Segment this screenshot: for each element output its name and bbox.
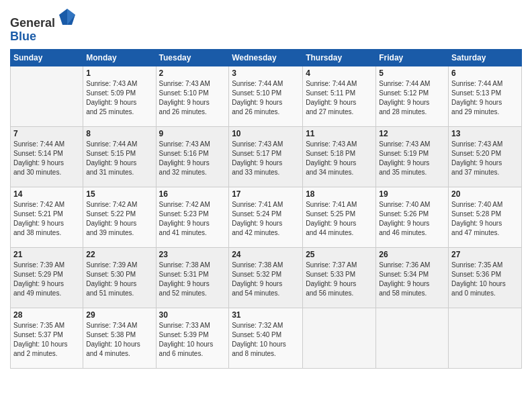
day-cell: 5Sunrise: 7:44 AM Sunset: 5:12 PM Daylig… [376, 66, 449, 126]
day-cell: 23Sunrise: 7:38 AM Sunset: 5:31 PM Dayli… [156, 247, 229, 308]
day-cell: 3Sunrise: 7:44 AM Sunset: 5:10 PM Daylig… [229, 66, 303, 126]
day-info: Sunrise: 7:43 AM Sunset: 5:10 PM Dayligh… [159, 79, 226, 117]
day-number: 31 [232, 310, 300, 320]
day-cell: 8Sunrise: 7:44 AM Sunset: 5:15 PM Daylig… [83, 126, 156, 187]
day-cell [11, 66, 83, 126]
weekday-header-tuesday: Tuesday [156, 49, 229, 66]
logo: General Blue [10, 7, 77, 44]
day-cell: 12Sunrise: 7:43 AM Sunset: 5:19 PM Dayli… [376, 126, 449, 187]
weekday-header-saturday: Saturday [449, 49, 522, 66]
day-info: Sunrise: 7:42 AM Sunset: 5:21 PM Dayligh… [13, 200, 80, 238]
day-cell: 15Sunrise: 7:42 AM Sunset: 5:22 PM Dayli… [83, 187, 156, 247]
day-info: Sunrise: 7:44 AM Sunset: 5:14 PM Dayligh… [13, 140, 80, 177]
day-info: Sunrise: 7:35 AM Sunset: 5:37 PM Dayligh… [13, 321, 80, 359]
day-info: Sunrise: 7:37 AM Sunset: 5:33 PM Dayligh… [306, 261, 373, 298]
day-number: 4 [306, 68, 373, 78]
calendar-container: General Blue SundayMondayTuesdayWednesda… [0, 0, 532, 411]
day-info: Sunrise: 7:33 AM Sunset: 5:39 PM Dayligh… [159, 321, 226, 359]
day-info: Sunrise: 7:40 AM Sunset: 5:28 PM Dayligh… [451, 200, 519, 238]
day-number: 21 [13, 250, 80, 259]
day-number: 16 [159, 189, 226, 199]
day-number: 7 [13, 129, 80, 138]
day-info: Sunrise: 7:44 AM Sunset: 5:13 PM Dayligh… [451, 79, 519, 117]
day-cell: 11Sunrise: 7:43 AM Sunset: 5:18 PM Dayli… [303, 126, 376, 187]
header: General Blue [10, 7, 522, 44]
weekday-header-sunday: Sunday [11, 49, 83, 66]
calendar-header: SundayMondayTuesdayWednesdayThursdayFrid… [11, 49, 522, 66]
day-info: Sunrise: 7:32 AM Sunset: 5:40 PM Dayligh… [232, 321, 300, 359]
day-cell: 22Sunrise: 7:39 AM Sunset: 5:30 PM Dayli… [83, 247, 156, 308]
day-cell: 1Sunrise: 7:43 AM Sunset: 5:09 PM Daylig… [83, 66, 156, 126]
day-info: Sunrise: 7:35 AM Sunset: 5:36 PM Dayligh… [451, 261, 519, 298]
day-number: 12 [379, 129, 445, 138]
day-cell [449, 308, 522, 368]
day-number: 5 [379, 68, 445, 78]
day-number: 17 [232, 189, 300, 199]
day-cell: 6Sunrise: 7:44 AM Sunset: 5:13 PM Daylig… [449, 66, 522, 126]
day-number: 18 [306, 189, 373, 199]
day-number: 15 [86, 189, 152, 199]
weekday-header-monday: Monday [83, 49, 156, 66]
day-number: 14 [13, 189, 80, 199]
day-info: Sunrise: 7:43 AM Sunset: 5:09 PM Dayligh… [86, 79, 152, 117]
day-info: Sunrise: 7:34 AM Sunset: 5:38 PM Dayligh… [86, 321, 152, 359]
day-cell: 30Sunrise: 7:33 AM Sunset: 5:39 PM Dayli… [156, 308, 229, 368]
day-number: 24 [232, 250, 300, 259]
day-cell: 28Sunrise: 7:35 AM Sunset: 5:37 PM Dayli… [11, 308, 83, 368]
day-info: Sunrise: 7:43 AM Sunset: 5:16 PM Dayligh… [159, 140, 226, 177]
day-info: Sunrise: 7:36 AM Sunset: 5:34 PM Dayligh… [379, 261, 445, 298]
day-cell: 25Sunrise: 7:37 AM Sunset: 5:33 PM Dayli… [303, 247, 376, 308]
calendar-table: SundayMondayTuesdayWednesdayThursdayFrid… [10, 49, 522, 369]
day-number: 3 [232, 68, 300, 78]
day-cell: 13Sunrise: 7:43 AM Sunset: 5:20 PM Dayli… [449, 126, 522, 187]
day-info: Sunrise: 7:40 AM Sunset: 5:26 PM Dayligh… [379, 200, 445, 238]
logo-icon [57, 7, 77, 27]
day-cell: 18Sunrise: 7:41 AM Sunset: 5:25 PM Dayli… [303, 187, 376, 247]
day-info: Sunrise: 7:43 AM Sunset: 5:20 PM Dayligh… [451, 140, 519, 177]
day-cell: 10Sunrise: 7:43 AM Sunset: 5:17 PM Dayli… [229, 126, 303, 187]
day-cell: 17Sunrise: 7:41 AM Sunset: 5:24 PM Dayli… [229, 187, 303, 247]
day-cell: 21Sunrise: 7:39 AM Sunset: 5:29 PM Dayli… [11, 247, 83, 308]
day-number: 2 [159, 68, 226, 78]
week-row-3: 14Sunrise: 7:42 AM Sunset: 5:21 PM Dayli… [11, 187, 522, 247]
week-row-5: 28Sunrise: 7:35 AM Sunset: 5:37 PM Dayli… [11, 308, 522, 368]
day-info: Sunrise: 7:41 AM Sunset: 5:25 PM Dayligh… [306, 200, 373, 238]
day-cell: 27Sunrise: 7:35 AM Sunset: 5:36 PM Dayli… [449, 247, 522, 308]
day-cell: 19Sunrise: 7:40 AM Sunset: 5:26 PM Dayli… [376, 187, 449, 247]
day-cell: 16Sunrise: 7:42 AM Sunset: 5:23 PM Dayli… [156, 187, 229, 247]
day-number: 10 [232, 129, 300, 138]
week-row-2: 7Sunrise: 7:44 AM Sunset: 5:14 PM Daylig… [11, 126, 522, 187]
day-info: Sunrise: 7:39 AM Sunset: 5:30 PM Dayligh… [86, 261, 152, 298]
weekday-row: SundayMondayTuesdayWednesdayThursdayFrid… [11, 49, 522, 66]
day-info: Sunrise: 7:38 AM Sunset: 5:31 PM Dayligh… [159, 261, 226, 298]
calendar-body: 1Sunrise: 7:43 AM Sunset: 5:09 PM Daylig… [11, 66, 522, 368]
day-number: 27 [451, 250, 519, 259]
week-row-1: 1Sunrise: 7:43 AM Sunset: 5:09 PM Daylig… [11, 66, 522, 126]
day-number: 13 [451, 129, 519, 138]
day-info: Sunrise: 7:44 AM Sunset: 5:12 PM Dayligh… [379, 79, 445, 117]
weekday-header-friday: Friday [376, 49, 449, 66]
day-cell [376, 308, 449, 368]
day-number: 8 [86, 129, 152, 138]
day-number: 6 [451, 68, 519, 78]
day-cell: 4Sunrise: 7:44 AM Sunset: 5:11 PM Daylig… [303, 66, 376, 126]
weekday-header-thursday: Thursday [303, 49, 376, 66]
weekday-header-wednesday: Wednesday [229, 49, 303, 66]
day-number: 30 [159, 310, 226, 320]
day-number: 22 [86, 250, 152, 259]
day-number: 9 [159, 129, 226, 138]
day-cell [303, 308, 376, 368]
day-info: Sunrise: 7:43 AM Sunset: 5:19 PM Dayligh… [379, 140, 445, 177]
day-cell: 24Sunrise: 7:38 AM Sunset: 5:32 PM Dayli… [229, 247, 303, 308]
day-number: 29 [86, 310, 152, 320]
day-info: Sunrise: 7:44 AM Sunset: 5:10 PM Dayligh… [232, 79, 300, 117]
day-cell: 20Sunrise: 7:40 AM Sunset: 5:28 PM Dayli… [449, 187, 522, 247]
day-cell: 7Sunrise: 7:44 AM Sunset: 5:14 PM Daylig… [11, 126, 83, 187]
day-number: 26 [379, 250, 445, 259]
day-info: Sunrise: 7:38 AM Sunset: 5:32 PM Dayligh… [232, 261, 300, 298]
day-info: Sunrise: 7:43 AM Sunset: 5:18 PM Dayligh… [306, 140, 373, 177]
day-info: Sunrise: 7:41 AM Sunset: 5:24 PM Dayligh… [232, 200, 300, 238]
week-row-4: 21Sunrise: 7:39 AM Sunset: 5:29 PM Dayli… [11, 247, 522, 308]
day-cell: 29Sunrise: 7:34 AM Sunset: 5:38 PM Dayli… [83, 308, 156, 368]
day-info: Sunrise: 7:44 AM Sunset: 5:11 PM Dayligh… [306, 79, 373, 117]
